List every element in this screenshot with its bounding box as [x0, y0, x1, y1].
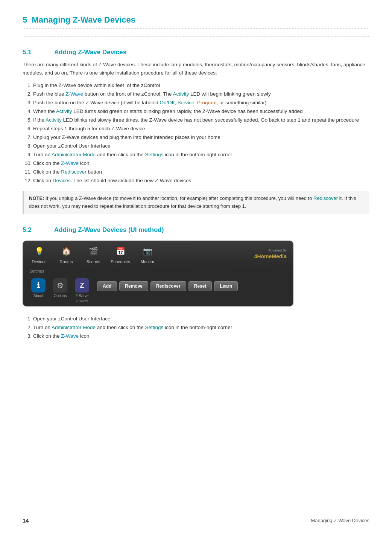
- step-12: Click on Devices. The list should now in…: [33, 177, 369, 185]
- step-8: Open your zControl User Interface: [33, 142, 369, 151]
- brand-powered-by: Powered By: [254, 248, 287, 253]
- ui-nav: 💡 Devices 🏠 Rooms 🎬 Scenes 📅 Schedules 📷: [29, 244, 157, 264]
- rooms-icon: 🏠: [59, 244, 73, 258]
- zwave-icon-item[interactable]: Z Z-Wave Z-Wave: [73, 278, 91, 303]
- brand-area: Powered By 4HomeMedia: [254, 248, 287, 260]
- rediscover-button[interactable]: Rediscover: [150, 281, 186, 291]
- note-label: NOTE:: [29, 195, 44, 201]
- ui-buttons-area: Add Remove Rediscover Reset Learn: [97, 278, 238, 291]
- note-box: NOTE: If you unplug a Z-Wave device (to …: [23, 191, 369, 214]
- section-51-steps: Plug in the Z-Wave device within six fee…: [33, 81, 369, 185]
- ui-screenshot: 💡 Devices 🏠 Rooms 🎬 Scenes 📅 Schedules 📷: [23, 241, 293, 306]
- nav-rooms-label: Rooms: [60, 259, 73, 264]
- section-51-intro: There are many different kinds of Z-Wave…: [23, 61, 369, 77]
- nav-devices[interactable]: 💡 Devices: [29, 244, 49, 264]
- step-10: Click on the Z-Wave icon: [33, 159, 369, 168]
- schedules-icon: 📅: [114, 244, 127, 258]
- options-icon-item[interactable]: ⚙ Options: [51, 278, 69, 298]
- zwave-icon-label: Z-Wave: [76, 294, 89, 298]
- options-label: Options: [54, 294, 67, 298]
- learn-button[interactable]: Learn: [214, 281, 238, 291]
- page-footer: 14 Managing Z-Wave Devices: [23, 514, 369, 524]
- step-4: When the Activity LED turns solid green …: [33, 107, 369, 116]
- chapter-title: 5 Managing Z-Wave Devices: [23, 15, 369, 29]
- about-label: About: [33, 294, 43, 298]
- ui-topbar: 💡 Devices 🏠 Rooms 🎬 Scenes 📅 Schedules 📷: [23, 241, 293, 267]
- step-6: Repeat steps 1 through 5 for each Z-Wave…: [33, 125, 369, 133]
- zwave-icon: Z: [75, 278, 89, 293]
- nav-devices-label: Devices: [32, 259, 46, 264]
- settings-label: Settings: [29, 269, 44, 273]
- ui-side-content: ℹ About ⚙ Options Z Z-Wave Z-Wave: [23, 275, 293, 306]
- devices-icon: 💡: [32, 244, 46, 258]
- settings-bar: Settings: [23, 267, 293, 275]
- nav-monitor-label: Monitor: [141, 259, 155, 264]
- steps-after-screenshot: Open your zControl User Interface Turn o…: [33, 315, 369, 341]
- zwave-sub-label: Z-Wave: [76, 299, 88, 303]
- step-11: Click on the Rediscover button: [33, 168, 369, 177]
- section-52: 5.2 Adding Z-Wave Devices (UI method) 💡 …: [23, 226, 369, 341]
- footer-title: Managing Z-Wave Devices: [311, 518, 369, 523]
- monitor-icon: 📷: [141, 244, 154, 258]
- side-icons: ℹ About ⚙ Options Z Z-Wave Z-Wave: [29, 278, 91, 303]
- options-icon: ⚙: [53, 278, 67, 293]
- step-3: Push the button on the Z-Wave device (it…: [33, 99, 369, 107]
- footer-page-number: 14: [23, 517, 29, 524]
- reset-button[interactable]: Reset: [188, 281, 212, 291]
- nav-scenes-label: Scenes: [87, 259, 100, 264]
- nav-scenes[interactable]: 🎬 Scenes: [84, 244, 103, 264]
- section-51: 5.1 Adding Z-Wave Devices There are many…: [23, 49, 369, 214]
- post-step-2: Turn on Administrator Mode and then clic…: [33, 323, 369, 332]
- nav-schedules-label: Schedules: [111, 259, 130, 264]
- step-5: If the Activity LED blinks red slowly th…: [33, 116, 369, 125]
- post-step-1: Open your zControl User Interface: [33, 315, 369, 323]
- nav-rooms[interactable]: 🏠 Rooms: [56, 244, 76, 264]
- brand-name: 4HomeMedia: [254, 253, 287, 260]
- about-icon-item[interactable]: ℹ About: [29, 278, 47, 298]
- section-divider: [23, 36, 369, 37]
- post-step-3: Click on the Z-Wave icon: [33, 332, 369, 341]
- remove-button[interactable]: Remove: [119, 281, 148, 291]
- step-1: Plug in the Z-Wave device within six fee…: [33, 81, 369, 90]
- step-9: Turn on Administrator Mode and then clic…: [33, 151, 369, 159]
- action-buttons: Add Remove Rediscover Reset Learn: [97, 281, 238, 291]
- about-icon: ℹ: [31, 278, 46, 293]
- note-text: If you unplug a Z-Wave device (to move i…: [29, 195, 356, 209]
- add-button[interactable]: Add: [97, 281, 117, 291]
- step-2: Push the blue Z-Wave button on the front…: [33, 90, 369, 99]
- scenes-icon: 🎬: [87, 244, 100, 258]
- nav-schedules[interactable]: 📅 Schedules: [111, 244, 130, 264]
- step-7: Unplug your Z-Wave devices and plug them…: [33, 133, 369, 142]
- nav-monitor[interactable]: 📷 Monitor: [138, 244, 157, 264]
